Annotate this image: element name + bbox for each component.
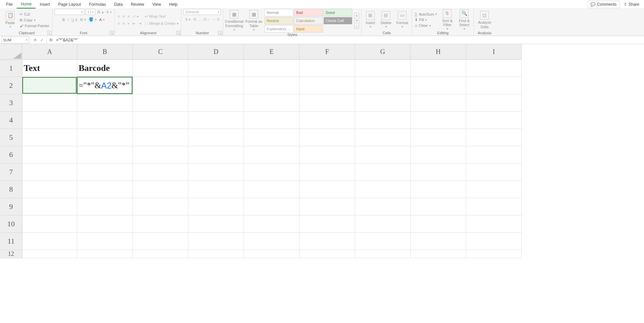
cell-C11[interactable]	[133, 233, 188, 250]
merge-center-button[interactable]: ⬚Merge & Center▾	[144, 21, 180, 26]
cell-I4[interactable]	[466, 112, 522, 129]
analyze-data-button[interactable]: ⊡Analyze Data	[476, 11, 493, 28]
cell-A3[interactable]	[22, 94, 77, 112]
cell-E6[interactable]	[244, 146, 299, 164]
cell-I3[interactable]	[466, 94, 522, 112]
align-left-button[interactable]: ≡	[117, 21, 120, 26]
tab-file[interactable]: File	[2, 1, 17, 8]
cell-H6[interactable]	[411, 146, 466, 164]
orientation-button[interactable]: ⤢▾	[132, 14, 139, 19]
cell-G4[interactable]	[355, 112, 411, 129]
cell-A9[interactable]	[22, 198, 77, 215]
row-header-11[interactable]: 11	[0, 233, 22, 250]
cancel-formula-button[interactable]: ✕	[34, 38, 37, 42]
sort-filter-button[interactable]: ⇅Sort & Filter▾	[440, 9, 455, 31]
style-explanatory[interactable]: Explanatory ...	[265, 25, 293, 33]
cell-A6[interactable]	[22, 146, 77, 164]
style-good[interactable]: Good	[324, 9, 352, 16]
row-header-2[interactable]: 2	[0, 77, 22, 94]
insert-cells-button[interactable]: ⊞Insert▾	[363, 11, 377, 28]
cell-B12[interactable]	[77, 250, 133, 258]
decrease-font-button[interactable]: A▾	[106, 10, 112, 14]
cell-C9[interactable]	[133, 198, 188, 215]
cut-button[interactable]: ✂Cut	[19, 12, 50, 17]
font-dialog-launcher[interactable]: ↘	[110, 31, 114, 35]
cell-A10[interactable]	[22, 215, 77, 233]
cell-B5[interactable]	[77, 129, 133, 146]
cell-H2[interactable]	[411, 77, 466, 94]
find-select-button[interactable]: 🔍Find & Select▾	[457, 9, 472, 31]
cell-C7[interactable]	[133, 164, 188, 181]
cell-F5[interactable]	[299, 129, 355, 146]
cell-I11[interactable]	[466, 233, 522, 250]
cell-G9[interactable]	[355, 198, 411, 215]
font-color-button[interactable]: A▾	[99, 17, 105, 22]
column-header-A[interactable]: A	[22, 44, 77, 60]
wrap-text-button[interactable]: ↩Wrap Text	[144, 14, 180, 19]
style-calculation[interactable]: Calculation	[294, 17, 323, 24]
cell-E8[interactable]	[244, 181, 299, 198]
cell-E1[interactable]	[244, 60, 299, 77]
cell-B9[interactable]	[77, 198, 133, 215]
increase-decimal-button[interactable]: .0→	[202, 17, 210, 22]
cell-H11[interactable]	[411, 233, 466, 250]
cell-B3[interactable]	[77, 94, 133, 112]
cell-A1[interactable]: Text	[22, 60, 77, 77]
align-center-button[interactable]: ≡	[122, 21, 125, 26]
cell-D3[interactable]	[188, 94, 244, 112]
cell-A7[interactable]	[22, 164, 77, 181]
cell-G2[interactable]	[355, 77, 411, 94]
cell-E10[interactable]	[244, 215, 299, 233]
cell-G6[interactable]	[355, 146, 411, 164]
row-header-10[interactable]: 10	[0, 215, 22, 233]
column-header-B[interactable]: B	[77, 44, 133, 60]
cell-G1[interactable]	[355, 60, 411, 77]
row-header-8[interactable]: 8	[0, 181, 22, 198]
cell-E7[interactable]	[244, 164, 299, 181]
column-header-G[interactable]: G	[355, 44, 411, 60]
name-box[interactable]: SUM▾	[1, 37, 29, 43]
cell-F2[interactable]	[299, 77, 355, 94]
clear-button[interactable]: ◇Clear▾	[414, 23, 438, 28]
paste-button[interactable]: 📋 Paste ▾	[3, 11, 17, 28]
align-right-button[interactable]: ≡	[127, 21, 130, 26]
font-size-select[interactable]: 11▾	[86, 9, 95, 15]
delete-cells-button[interactable]: ⊟Delete▾	[379, 11, 393, 28]
cell-A11[interactable]	[22, 233, 77, 250]
cell-D1[interactable]	[188, 60, 244, 77]
tab-formulas[interactable]: Formulas	[85, 1, 110, 8]
cell-G8[interactable]	[355, 181, 411, 198]
cell-C3[interactable]	[133, 94, 188, 112]
column-header-D[interactable]: D	[188, 44, 244, 60]
autosum-button[interactable]: ∑AutoSum▾	[414, 12, 438, 17]
cell-D7[interactable]	[188, 164, 244, 181]
cell-E2[interactable]	[244, 77, 299, 94]
cell-I8[interactable]	[466, 181, 522, 198]
cell-F9[interactable]	[299, 198, 355, 215]
cell-C1[interactable]	[133, 60, 188, 77]
cell-I12[interactable]	[466, 250, 522, 258]
alignment-dialog-launcher[interactable]: ↘	[176, 31, 181, 35]
cell-E4[interactable]	[244, 112, 299, 129]
cell-G10[interactable]	[355, 215, 411, 233]
cell-H9[interactable]	[411, 198, 466, 215]
cell-E11[interactable]	[244, 233, 299, 250]
style-input[interactable]: Input	[294, 25, 323, 33]
style-normal[interactable]: Normal	[265, 9, 293, 16]
cell-B7[interactable]	[77, 164, 133, 181]
underline-button[interactable]: U▾	[71, 17, 78, 22]
row-header-7[interactable]: 7	[0, 164, 22, 181]
cell-F1[interactable]	[299, 60, 355, 77]
cell-B4[interactable]	[77, 112, 133, 129]
column-header-C[interactable]: C	[133, 44, 188, 60]
comma-button[interactable]: ,	[199, 17, 201, 22]
cell-I5[interactable]	[466, 129, 522, 146]
cell-F12[interactable]	[299, 250, 355, 258]
align-top-button[interactable]: ≡	[117, 14, 120, 19]
cell-I10[interactable]	[466, 215, 522, 233]
enter-formula-button[interactable]: ✓	[40, 38, 44, 42]
cell-E3[interactable]	[244, 94, 299, 112]
cell-G11[interactable]	[355, 233, 411, 250]
row-header-9[interactable]: 9	[0, 198, 22, 215]
cell-I2[interactable]	[466, 77, 522, 94]
